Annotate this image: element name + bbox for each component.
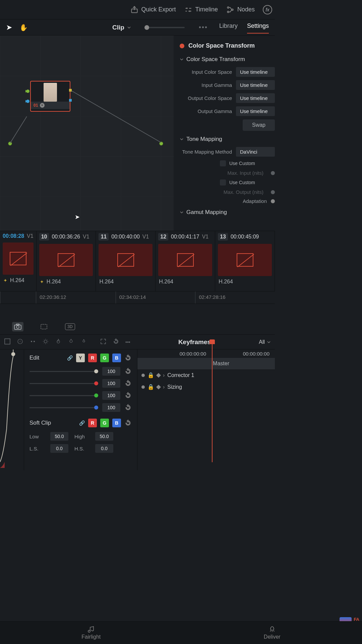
clip-thumb[interactable]: 00:08:28V1 ✦H.264 (0, 231, 37, 291)
low-value-input[interactable]: 50.0 (50, 432, 68, 441)
y-slider[interactable] (29, 371, 98, 372)
expand-icon[interactable] (100, 338, 107, 346)
link-icon[interactable]: 🔗 (79, 420, 85, 426)
tab-settings[interactable]: Settings (247, 21, 269, 34)
channel-r-button[interactable]: R (88, 354, 97, 362)
tm-method-dropdown[interactable]: DaVinci (236, 147, 275, 157)
channel-b-button[interactable]: B (112, 354, 121, 362)
pan-tool-icon[interactable]: ✋ (19, 23, 28, 32)
section-cst[interactable]: Color Space Transform (180, 53, 275, 65)
kf-track-corrector[interactable]: 🔒 › Corrector 1 (137, 369, 275, 381)
tab-library[interactable]: Library (219, 21, 238, 34)
use-custom-checkbox[interactable] (220, 160, 226, 166)
scope-droplet-icon[interactable] (80, 338, 87, 346)
svg-point-5 (16, 326, 19, 328)
fx-enabled-dot[interactable] (180, 44, 184, 48)
channel-g-button[interactable]: G (100, 354, 109, 362)
scope-drop-icon[interactable] (68, 338, 74, 346)
fx-button[interactable]: fx (263, 5, 272, 14)
scope-wheel-icon[interactable] (17, 338, 23, 346)
section-tonemapping[interactable]: Tone Mapping (180, 132, 275, 145)
max-output-slider[interactable] (271, 190, 275, 194)
loop-icon (40, 323, 48, 330)
r-slider[interactable] (29, 383, 98, 384)
reset-icon[interactable] (124, 380, 132, 387)
node-output-blue[interactable] (69, 99, 72, 102)
hs-value-input[interactable]: 0.0 (95, 444, 113, 453)
more-icon[interactable]: ••• (125, 339, 130, 345)
reset-icon[interactable] (124, 368, 132, 375)
input-gamma-dropdown[interactable]: Use timeline (236, 80, 275, 90)
svg-point-10 (19, 341, 21, 342)
clips-thumbnail-strip[interactable]: 00:08:28V1 ✦H.264 1000:00:40:0000:00:36:… (0, 231, 275, 291)
corrector-node[interactable]: 01 ✕ (30, 81, 70, 112)
clip-thumb[interactable]: 1300:00:45:09 H.264 (215, 231, 275, 291)
clip-thumb[interactable]: 1000:00:40:0000:00:36:26V1 ✦H.264 (37, 231, 96, 291)
channel-y-button[interactable]: Y (76, 354, 85, 362)
kf-master-row[interactable]: Master (137, 358, 275, 369)
reset-icon[interactable] (124, 404, 132, 411)
tc-tick (0, 291, 36, 304)
lock-icon[interactable]: 🔒 (147, 384, 154, 390)
section-gamut[interactable]: Gamut Mapping (180, 206, 275, 218)
swap-button[interactable]: Swap (243, 119, 275, 131)
y-value-input[interactable]: 100 (102, 367, 120, 376)
zoom-slider[interactable] (144, 27, 185, 28)
link-icon[interactable]: 🔗 (67, 355, 73, 361)
reset-icon[interactable] (124, 392, 132, 399)
b-value-input[interactable]: 100 (102, 403, 120, 412)
node-input-green[interactable] (26, 90, 29, 93)
input-cs-dropdown[interactable]: Use timeline (236, 67, 275, 77)
ls-value-input[interactable]: 0.0 (50, 444, 68, 453)
timeline-button[interactable]: Timeline (184, 5, 218, 14)
node-input-blue[interactable] (26, 100, 29, 103)
stills-button[interactable] (12, 322, 23, 331)
lock-icon[interactable]: 🔒 (147, 372, 154, 378)
clip-dropdown[interactable]: Clip (112, 24, 131, 31)
keyframe-diamond-icon[interactable] (156, 373, 161, 377)
3d-button[interactable]: 3D (64, 322, 76, 331)
connection-line (10, 116, 27, 144)
keyframe-playhead[interactable] (212, 341, 213, 462)
select-tool-icon[interactable]: ➤ (6, 23, 12, 32)
use-custom-checkbox[interactable] (220, 179, 226, 185)
kf-enable-dot[interactable] (141, 374, 145, 377)
timecode-ruler[interactable]: 02:20:36:12 02:34:02:14 02:47:28:16 (0, 291, 275, 304)
output-gamma-dropdown[interactable]: Use timeline (236, 106, 275, 116)
clip-thumb[interactable]: 1200:00:41:17V1 H.264 (156, 231, 215, 291)
max-input-slider[interactable] (271, 171, 275, 175)
channel-r-button[interactable]: R (88, 419, 97, 427)
node-output-yellow[interactable] (69, 89, 72, 92)
channel-b-button[interactable]: B (112, 419, 121, 427)
reset-icon[interactable] (124, 419, 132, 427)
loop-button[interactable] (38, 322, 50, 331)
scope-dots-icon[interactable] (29, 338, 36, 346)
scope-square-icon[interactable] (4, 338, 11, 346)
node-graph-canvas[interactable]: 01 ✕ ➤ (0, 36, 174, 231)
b-slider[interactable] (29, 407, 98, 408)
r-value-input[interactable]: 100 (102, 379, 120, 388)
g-value-input[interactable]: 100 (102, 391, 120, 400)
offline-media-icon (10, 252, 26, 265)
chevron-down-icon (127, 25, 131, 30)
reset-icon[interactable] (113, 338, 119, 346)
output-cs-dropdown[interactable]: Use timeline (236, 93, 275, 103)
clip-thumb[interactable]: 1100:00:40:00V1 H.264 (96, 231, 156, 291)
kf-enable-dot[interactable] (141, 385, 145, 389)
more-menu-icon[interactable]: ••• (199, 23, 208, 31)
scope-flame-icon[interactable] (55, 338, 62, 346)
keyframe-diamond-icon[interactable] (156, 384, 161, 389)
channel-g-button[interactable]: G (100, 419, 109, 427)
keyframes-filter-dropdown[interactable]: All (259, 339, 271, 345)
g-slider[interactable] (29, 395, 98, 396)
offline-media-icon (237, 253, 253, 267)
adaptation-slider[interactable] (271, 199, 275, 203)
quick-export-button[interactable]: Quick Export (130, 5, 176, 14)
clip-codec: H.264 (47, 279, 61, 285)
high-value-input[interactable]: 50.0 (95, 432, 113, 441)
scope-sun-icon[interactable] (42, 338, 49, 346)
kf-track-sizing[interactable]: 🔒 › Sizing (137, 381, 275, 393)
nodes-button[interactable]: Nodes (226, 5, 255, 14)
curves-graph[interactable] (0, 350, 24, 470)
reset-icon[interactable] (124, 354, 132, 362)
